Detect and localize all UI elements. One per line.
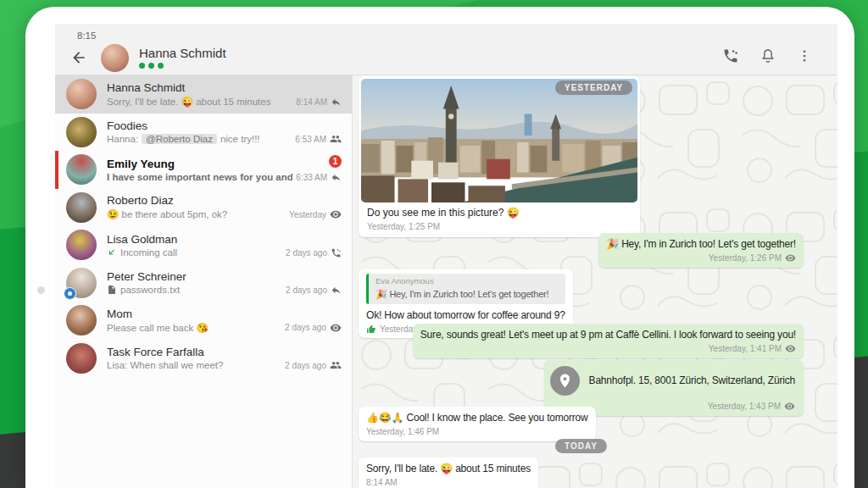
day-separator-today: TODAY — [555, 439, 607, 453]
message-incoming-text[interactable]: Sorry, I'll be late. 😜 about 15 minutes … — [359, 458, 538, 488]
chat-list-item-hanna-schmidt[interactable]: Hanna Schmidt Sorry, I'll be late. 😜 abo… — [55, 75, 352, 114]
call-status-icon — [331, 247, 342, 258]
toolbar: Hanna Schmidt — [55, 41, 837, 75]
message-text: 👍😂🙏 Cool! I know the place. See you tomo… — [366, 411, 588, 424]
chat-preview: Please call me back 😘 — [107, 322, 209, 334]
read-eye-icon — [330, 322, 342, 334]
message-time: Yesterday, 1:25 PM — [367, 221, 440, 233]
chat-preview-suffix: nice try!!! — [220, 134, 260, 144]
chat-time: 2 days ago — [285, 361, 326, 370]
work-contact-badge — [64, 287, 76, 300]
chat-name: Emily Yeung — [107, 158, 292, 170]
bell-icon — [760, 47, 776, 64]
chat-list-item-foodies[interactable]: Foodies Hanna: @Roberto Diaz nice try!!!… — [55, 114, 352, 152]
message-text: Sure, sounds great! Let's meet up at 9 p… — [420, 328, 796, 341]
message-text: Do you see me in this picture? 😜 — [367, 206, 632, 219]
read-eye-icon — [330, 208, 342, 220]
avatar — [66, 192, 97, 223]
unread-indicator-bar — [55, 151, 58, 189]
back-button[interactable] — [70, 49, 87, 66]
call-button[interactable] — [722, 47, 739, 68]
chat-name: Foodies — [107, 119, 292, 132]
read-eye-icon — [784, 401, 795, 412]
chat-preview: passwords.txt — [120, 285, 180, 295]
chat-preview: Incoming call — [120, 247, 177, 258]
status-bar: 8:15 — [55, 24, 837, 41]
message-time: 8:14 AM — [366, 477, 398, 488]
avatar — [66, 154, 97, 185]
message-incoming-photo[interactable]: Do you see me in this picture? 😜 Yesterd… — [359, 76, 640, 237]
chat-list-item-emily-yeung[interactable]: Emily Yeung I have some important news f… — [55, 151, 352, 189]
message-time: Yesterday, 1:43 PM — [708, 401, 781, 413]
chat-time: 6:53 AM — [295, 135, 326, 144]
status-time: 8:15 — [77, 30, 96, 41]
reply-status-icon — [331, 285, 342, 296]
unread-count-badge: 1 — [329, 155, 342, 168]
verification-dot — [158, 63, 164, 69]
message-text: Sorry, I'll be late. 😜 about 15 minutes — [366, 462, 531, 475]
message-time: Yesterday, 1:41 PM — [709, 343, 782, 355]
chat-time: 2 days ago — [285, 323, 326, 332]
back-arrow-icon — [70, 49, 87, 66]
verification-dot — [148, 63, 154, 69]
avatar — [66, 305, 97, 336]
chat-list-item-mom[interactable]: Mom Please call me back 😘 2 days ago — [55, 302, 352, 340]
chat-preview: Lisa: When shall we meet? — [107, 360, 223, 370]
read-eye-icon — [785, 252, 796, 263]
chat-list-item-peter-schreiner[interactable]: Peter Schreiner passwords.txt 2 days ago — [55, 264, 352, 302]
chat-preview: Sorry, I'll be late. 😜 about 15 minutes — [107, 96, 270, 108]
overflow-menu-button[interactable] — [797, 48, 812, 67]
quoted-message[interactable]: Eva Anonymous 🎉 Hey, I'm in Zurich too! … — [366, 274, 565, 304]
conversation-panel: YESTERDAY — [353, 75, 837, 488]
location-pin-circle — [550, 366, 580, 396]
chat-list-item-lisa-goldman[interactable]: Lisa Goldman Incoming call 2 days ago — [55, 226, 352, 264]
message-text: 🎉 Hey, I'm in Zurich too! Let's get toge… — [606, 237, 796, 251]
chat-time: 8:14 AM — [296, 97, 327, 107]
avatar — [66, 117, 97, 147]
chat-preview: I have some important news for you and y… — [107, 172, 292, 182]
message-text: Ok! How about tomorrow for coffee around… — [366, 308, 565, 322]
notifications-button[interactable] — [760, 47, 776, 68]
incoming-call-arrow-icon — [107, 247, 117, 258]
verification-dots — [139, 63, 226, 69]
chat-preview: 😉 be there about 5pm, ok? — [107, 208, 227, 220]
front-camera — [37, 286, 45, 294]
header-contact[interactable]: Hanna Schmidt — [139, 47, 226, 69]
location-pin-icon — [557, 373, 573, 389]
group-icon — [330, 359, 342, 371]
header-avatar[interactable] — [101, 44, 129, 72]
mention-pill: @Roberto Diaz — [142, 134, 217, 144]
message-outgoing-text[interactable]: Sure, sounds great! Let's meet up at 9 p… — [413, 324, 804, 358]
group-icon — [330, 133, 342, 145]
zurich-photo[interactable] — [361, 79, 637, 202]
avatar — [66, 343, 97, 374]
kebab-menu-icon — [797, 48, 812, 64]
chat-list-item-roberto-diaz[interactable]: Roberto Diaz 😉 be there about 5pm, ok? Y… — [55, 189, 352, 227]
verification-dot — [139, 63, 145, 69]
message-outgoing-text[interactable]: 🎉 Hey, I'm in Zurich too! Let's get toge… — [598, 233, 804, 268]
chat-list-item-task-force-farfalla[interactable]: Task Force Farfalla Lisa: When shall we … — [55, 340, 352, 378]
message-time: Yesterday, 1:26 PM — [709, 252, 782, 264]
threema-call-icon — [722, 47, 739, 64]
chat-time: 2 days ago — [286, 286, 327, 295]
avatar — [66, 79, 97, 109]
chat-name: Roberto Diaz — [107, 194, 286, 207]
avatar — [66, 230, 97, 260]
tablet-frame: 8:15 Hanna Schmidt — [25, 7, 854, 488]
chat-time: 2 days ago — [286, 248, 327, 258]
quote-author: Eva Anonymous — [376, 276, 559, 287]
chat-name: Lisa Goldman — [107, 233, 282, 246]
acknowledge-thumb-icon — [366, 324, 376, 335]
reply-status-icon — [331, 97, 342, 108]
contact-name: Hanna Schmidt — [139, 47, 226, 61]
read-eye-icon — [785, 343, 796, 354]
chat-name: Peter Schreiner — [107, 270, 282, 283]
chat-preview-prefix: Hanna: — [107, 134, 138, 144]
day-separator-yesterday: YESTERDAY — [555, 80, 632, 95]
chat-name: Hanna Schmidt — [107, 81, 292, 94]
message-incoming-text[interactable]: 👍😂🙏 Cool! I know the place. See you tomo… — [359, 407, 596, 441]
avatar — [66, 268, 97, 298]
chat-name: Mom — [107, 308, 281, 320]
file-icon — [107, 285, 117, 295]
chat-list: Hanna Schmidt Sorry, I'll be late. 😜 abo… — [55, 75, 353, 488]
